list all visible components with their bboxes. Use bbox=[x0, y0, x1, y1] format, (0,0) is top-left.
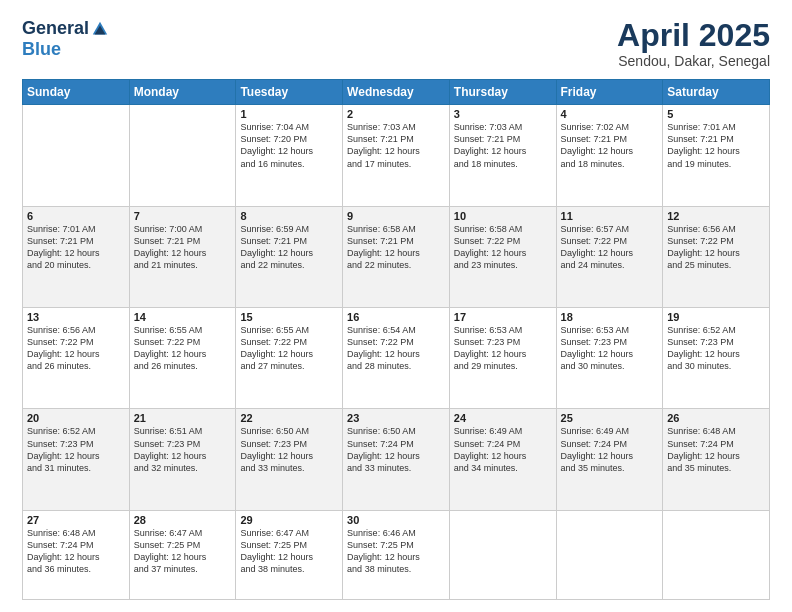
cell-info: Sunrise: 6:49 AM Sunset: 7:24 PM Dayligh… bbox=[454, 425, 552, 474]
cell-info: Sunrise: 6:52 AM Sunset: 7:23 PM Dayligh… bbox=[667, 324, 765, 373]
day-number: 1 bbox=[240, 108, 338, 120]
cell-info: Sunrise: 7:00 AM Sunset: 7:21 PM Dayligh… bbox=[134, 223, 232, 272]
table-row: 13Sunrise: 6:56 AM Sunset: 7:22 PM Dayli… bbox=[23, 308, 130, 409]
day-number: 28 bbox=[134, 514, 232, 526]
table-row: 22Sunrise: 6:50 AM Sunset: 7:23 PM Dayli… bbox=[236, 409, 343, 510]
table-row bbox=[663, 510, 770, 599]
day-number: 26 bbox=[667, 412, 765, 424]
day-number: 2 bbox=[347, 108, 445, 120]
cell-info: Sunrise: 6:59 AM Sunset: 7:21 PM Dayligh… bbox=[240, 223, 338, 272]
day-number: 7 bbox=[134, 210, 232, 222]
logo-blue-text: Blue bbox=[22, 39, 61, 59]
calendar-header-row: Sunday Monday Tuesday Wednesday Thursday… bbox=[23, 80, 770, 105]
table-row: 19Sunrise: 6:52 AM Sunset: 7:23 PM Dayli… bbox=[663, 308, 770, 409]
header: General Blue April 2025 Sendou, Dakar, S… bbox=[22, 18, 770, 69]
calendar-week-row: 20Sunrise: 6:52 AM Sunset: 7:23 PM Dayli… bbox=[23, 409, 770, 510]
table-row bbox=[129, 105, 236, 206]
day-number: 30 bbox=[347, 514, 445, 526]
day-number: 29 bbox=[240, 514, 338, 526]
location-text: Sendou, Dakar, Senegal bbox=[617, 53, 770, 69]
cell-info: Sunrise: 6:53 AM Sunset: 7:23 PM Dayligh… bbox=[454, 324, 552, 373]
day-number: 11 bbox=[561, 210, 659, 222]
cell-info: Sunrise: 6:51 AM Sunset: 7:23 PM Dayligh… bbox=[134, 425, 232, 474]
day-number: 21 bbox=[134, 412, 232, 424]
calendar-week-row: 6Sunrise: 7:01 AM Sunset: 7:21 PM Daylig… bbox=[23, 206, 770, 307]
table-row: 2Sunrise: 7:03 AM Sunset: 7:21 PM Daylig… bbox=[343, 105, 450, 206]
table-row bbox=[449, 510, 556, 599]
page: General Blue April 2025 Sendou, Dakar, S… bbox=[0, 0, 792, 612]
day-number: 24 bbox=[454, 412, 552, 424]
day-number: 18 bbox=[561, 311, 659, 323]
table-row: 21Sunrise: 6:51 AM Sunset: 7:23 PM Dayli… bbox=[129, 409, 236, 510]
table-row: 8Sunrise: 6:59 AM Sunset: 7:21 PM Daylig… bbox=[236, 206, 343, 307]
col-saturday: Saturday bbox=[663, 80, 770, 105]
col-tuesday: Tuesday bbox=[236, 80, 343, 105]
table-row: 12Sunrise: 6:56 AM Sunset: 7:22 PM Dayli… bbox=[663, 206, 770, 307]
table-row: 28Sunrise: 6:47 AM Sunset: 7:25 PM Dayli… bbox=[129, 510, 236, 599]
cell-info: Sunrise: 6:48 AM Sunset: 7:24 PM Dayligh… bbox=[667, 425, 765, 474]
cell-info: Sunrise: 7:04 AM Sunset: 7:20 PM Dayligh… bbox=[240, 121, 338, 170]
day-number: 25 bbox=[561, 412, 659, 424]
day-number: 6 bbox=[27, 210, 125, 222]
day-number: 8 bbox=[240, 210, 338, 222]
table-row: 24Sunrise: 6:49 AM Sunset: 7:24 PM Dayli… bbox=[449, 409, 556, 510]
cell-info: Sunrise: 6:49 AM Sunset: 7:24 PM Dayligh… bbox=[561, 425, 659, 474]
cell-info: Sunrise: 6:57 AM Sunset: 7:22 PM Dayligh… bbox=[561, 223, 659, 272]
col-friday: Friday bbox=[556, 80, 663, 105]
calendar-table: Sunday Monday Tuesday Wednesday Thursday… bbox=[22, 79, 770, 600]
table-row: 6Sunrise: 7:01 AM Sunset: 7:21 PM Daylig… bbox=[23, 206, 130, 307]
cell-info: Sunrise: 6:56 AM Sunset: 7:22 PM Dayligh… bbox=[27, 324, 125, 373]
cell-info: Sunrise: 7:03 AM Sunset: 7:21 PM Dayligh… bbox=[454, 121, 552, 170]
day-number: 20 bbox=[27, 412, 125, 424]
cell-info: Sunrise: 6:55 AM Sunset: 7:22 PM Dayligh… bbox=[134, 324, 232, 373]
cell-info: Sunrise: 6:48 AM Sunset: 7:24 PM Dayligh… bbox=[27, 527, 125, 576]
logo: General Blue bbox=[22, 18, 109, 60]
day-number: 10 bbox=[454, 210, 552, 222]
cell-info: Sunrise: 6:56 AM Sunset: 7:22 PM Dayligh… bbox=[667, 223, 765, 272]
logo-general-text: General bbox=[22, 18, 89, 39]
table-row: 3Sunrise: 7:03 AM Sunset: 7:21 PM Daylig… bbox=[449, 105, 556, 206]
table-row bbox=[23, 105, 130, 206]
calendar-week-row: 1Sunrise: 7:04 AM Sunset: 7:20 PM Daylig… bbox=[23, 105, 770, 206]
cell-info: Sunrise: 6:47 AM Sunset: 7:25 PM Dayligh… bbox=[240, 527, 338, 576]
day-number: 3 bbox=[454, 108, 552, 120]
table-row: 30Sunrise: 6:46 AM Sunset: 7:25 PM Dayli… bbox=[343, 510, 450, 599]
table-row: 16Sunrise: 6:54 AM Sunset: 7:22 PM Dayli… bbox=[343, 308, 450, 409]
day-number: 22 bbox=[240, 412, 338, 424]
day-number: 17 bbox=[454, 311, 552, 323]
day-number: 4 bbox=[561, 108, 659, 120]
cell-info: Sunrise: 7:03 AM Sunset: 7:21 PM Dayligh… bbox=[347, 121, 445, 170]
logo-icon bbox=[91, 20, 109, 38]
cell-info: Sunrise: 6:55 AM Sunset: 7:22 PM Dayligh… bbox=[240, 324, 338, 373]
day-number: 19 bbox=[667, 311, 765, 323]
table-row: 7Sunrise: 7:00 AM Sunset: 7:21 PM Daylig… bbox=[129, 206, 236, 307]
table-row: 23Sunrise: 6:50 AM Sunset: 7:24 PM Dayli… bbox=[343, 409, 450, 510]
table-row: 15Sunrise: 6:55 AM Sunset: 7:22 PM Dayli… bbox=[236, 308, 343, 409]
table-row: 29Sunrise: 6:47 AM Sunset: 7:25 PM Dayli… bbox=[236, 510, 343, 599]
day-number: 23 bbox=[347, 412, 445, 424]
cell-info: Sunrise: 6:52 AM Sunset: 7:23 PM Dayligh… bbox=[27, 425, 125, 474]
cell-info: Sunrise: 6:53 AM Sunset: 7:23 PM Dayligh… bbox=[561, 324, 659, 373]
table-row: 25Sunrise: 6:49 AM Sunset: 7:24 PM Dayli… bbox=[556, 409, 663, 510]
col-sunday: Sunday bbox=[23, 80, 130, 105]
table-row: 26Sunrise: 6:48 AM Sunset: 7:24 PM Dayli… bbox=[663, 409, 770, 510]
table-row bbox=[556, 510, 663, 599]
col-thursday: Thursday bbox=[449, 80, 556, 105]
cell-info: Sunrise: 6:58 AM Sunset: 7:21 PM Dayligh… bbox=[347, 223, 445, 272]
month-title: April 2025 bbox=[617, 18, 770, 53]
cell-info: Sunrise: 7:02 AM Sunset: 7:21 PM Dayligh… bbox=[561, 121, 659, 170]
day-number: 12 bbox=[667, 210, 765, 222]
day-number: 27 bbox=[27, 514, 125, 526]
calendar-week-row: 13Sunrise: 6:56 AM Sunset: 7:22 PM Dayli… bbox=[23, 308, 770, 409]
table-row: 14Sunrise: 6:55 AM Sunset: 7:22 PM Dayli… bbox=[129, 308, 236, 409]
table-row: 11Sunrise: 6:57 AM Sunset: 7:22 PM Dayli… bbox=[556, 206, 663, 307]
table-row: 10Sunrise: 6:58 AM Sunset: 7:22 PM Dayli… bbox=[449, 206, 556, 307]
table-row: 9Sunrise: 6:58 AM Sunset: 7:21 PM Daylig… bbox=[343, 206, 450, 307]
cell-info: Sunrise: 6:47 AM Sunset: 7:25 PM Dayligh… bbox=[134, 527, 232, 576]
cell-info: Sunrise: 6:50 AM Sunset: 7:24 PM Dayligh… bbox=[347, 425, 445, 474]
cell-info: Sunrise: 7:01 AM Sunset: 7:21 PM Dayligh… bbox=[27, 223, 125, 272]
table-row: 1Sunrise: 7:04 AM Sunset: 7:20 PM Daylig… bbox=[236, 105, 343, 206]
table-row: 5Sunrise: 7:01 AM Sunset: 7:21 PM Daylig… bbox=[663, 105, 770, 206]
cell-info: Sunrise: 6:46 AM Sunset: 7:25 PM Dayligh… bbox=[347, 527, 445, 576]
cell-info: Sunrise: 6:58 AM Sunset: 7:22 PM Dayligh… bbox=[454, 223, 552, 272]
